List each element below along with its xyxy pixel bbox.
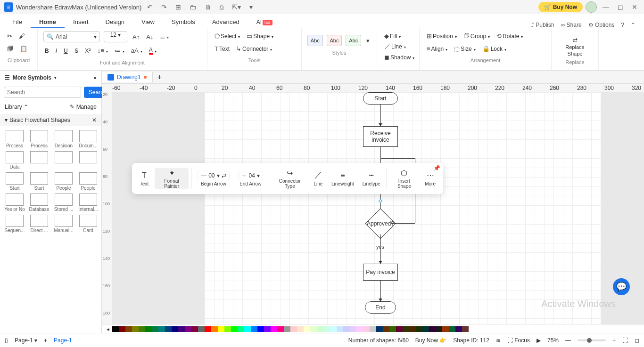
font-family-select[interactable]: 🔍Arial▾: [43, 31, 100, 42]
color-swatch[interactable]: [125, 326, 132, 332]
shape-item[interactable]: People: [52, 171, 75, 192]
midpoint-handle[interactable]: [379, 199, 382, 203]
document-tab[interactable]: Drawing1: [102, 72, 153, 82]
collapse-sidebar[interactable]: «: [93, 74, 97, 81]
ft-begin-arrow[interactable]: —00▾⇄Begin Arrow: [195, 171, 232, 186]
shape-item[interactable]: [52, 150, 75, 170]
ft-line[interactable]: ／Line: [311, 171, 326, 186]
color-swatch[interactable]: [389, 326, 396, 332]
cut-button[interactable]: ✂: [6, 31, 14, 41]
shape-item[interactable]: [27, 150, 51, 170]
case-button[interactable]: aA: [130, 46, 144, 56]
color-swatch[interactable]: [251, 326, 257, 332]
color-swatch[interactable]: [350, 326, 356, 332]
font-grow[interactable]: A↑: [131, 32, 141, 42]
color-swatch[interactable]: [198, 326, 205, 332]
strike-button[interactable]: S̶: [73, 46, 80, 56]
menu-view[interactable]: View: [133, 16, 163, 28]
new-button[interactable]: ⊞: [173, 2, 184, 12]
shadow-button[interactable]: ◼ Shadow: [383, 52, 413, 62]
font-shrink[interactable]: A↓: [145, 32, 155, 42]
color-swatch[interactable]: [231, 326, 238, 332]
shape-item[interactable]: Card: [76, 214, 100, 234]
page-select[interactable]: Page-1 ▾: [15, 337, 37, 344]
print-button[interactable]: ⎙: [217, 2, 226, 12]
color-swatch[interactable]: [409, 326, 416, 332]
italic-button[interactable]: I: [54, 46, 58, 56]
ft-end-arrow[interactable]: →04▾End Arrow: [235, 171, 266, 186]
shape-item[interactable]: Start: [3, 171, 26, 192]
node-pay[interactable]: Pay invoice: [363, 264, 398, 281]
node-receive[interactable]: Receive invoice: [363, 126, 398, 147]
shape-item[interactable]: Internal...: [76, 193, 100, 213]
color-swatch[interactable]: [416, 326, 422, 332]
color-swatch[interactable]: [277, 326, 284, 332]
shape-item[interactable]: Stored ...: [52, 193, 75, 213]
add-tab-button[interactable]: +: [153, 71, 166, 83]
page-tab[interactable]: Page-1: [54, 337, 72, 344]
color-swatch[interactable]: [376, 326, 383, 332]
connector-tool[interactable]: ↳ Connector: [235, 44, 273, 54]
eyedropper-icon[interactable]: ◂: [107, 326, 109, 332]
color-swatch[interactable]: [238, 326, 244, 332]
color-swatch[interactable]: [337, 326, 343, 332]
minimize-button[interactable]: —: [600, 2, 612, 12]
shape-item[interactable]: Yes or No: [3, 193, 26, 213]
menu-ai[interactable]: AIhot: [248, 16, 281, 28]
help-button[interactable]: ?: [621, 22, 624, 28]
color-swatch[interactable]: [422, 326, 429, 332]
text-align-btn[interactable]: ≣: [158, 32, 170, 42]
shape-item[interactable]: People: [76, 171, 100, 192]
node-start[interactable]: Start: [363, 92, 398, 105]
size-button[interactable]: ⬚ Size: [453, 44, 477, 54]
color-swatch[interactable]: [449, 326, 455, 332]
save-button[interactable]: 🗎: [202, 2, 214, 12]
color-swatch[interactable]: [271, 326, 277, 332]
ft-more[interactable]: ⋯More: [422, 171, 438, 186]
color-swatch[interactable]: [152, 326, 158, 332]
node-end[interactable]: End: [365, 301, 396, 314]
color-swatch[interactable]: [304, 326, 310, 332]
font-color-button[interactable]: A: [148, 45, 158, 56]
ft-format-painter[interactable]: ✦Format Painter: [155, 168, 189, 189]
color-swatch[interactable]: [244, 326, 251, 332]
shape-item[interactable]: Sequen...: [3, 214, 26, 234]
connector[interactable]: [380, 158, 415, 159]
color-swatch[interactable]: [264, 326, 271, 332]
shape-item[interactable]: Direct ...: [27, 214, 51, 234]
shape-item[interactable]: [76, 150, 100, 170]
search-input[interactable]: [4, 87, 81, 98]
fit-page[interactable]: ⛶: [622, 337, 628, 344]
shape-item[interactable]: Manual...: [52, 214, 75, 234]
font-size-select[interactable]: 12 ▾: [104, 31, 127, 42]
copy-button[interactable]: 🗐: [6, 44, 15, 54]
zoom-slider[interactable]: [578, 339, 606, 341]
color-swatch[interactable]: [119, 326, 125, 332]
qat-more[interactable]: ▾: [247, 2, 256, 12]
color-swatch[interactable]: [297, 326, 304, 332]
color-swatch[interactable]: [317, 326, 323, 332]
pin-button[interactable]: 📌: [433, 165, 440, 171]
menu-file[interactable]: File: [4, 16, 31, 28]
options-link[interactable]: ⚙ Options: [588, 22, 615, 28]
color-swatch[interactable]: [383, 326, 389, 332]
shape-item[interactable]: Data: [3, 150, 26, 170]
export-button[interactable]: ⇱▾: [229, 2, 244, 12]
shape-item[interactable]: Docum...: [76, 129, 100, 149]
floating-toolbar[interactable]: TText ✦Format Painter —00▾⇄Begin Arrow →…: [132, 163, 443, 194]
focus-button[interactable]: ⛶ Focus: [507, 337, 530, 344]
chat-fab[interactable]: 💬: [613, 278, 630, 295]
color-swatch[interactable]: [343, 326, 350, 332]
color-swatch[interactable]: [139, 326, 145, 332]
color-swatch[interactable]: [224, 326, 231, 332]
replace-shape-button[interactable]: ⇄ Replace Shape: [557, 35, 593, 58]
layers-icon[interactable]: ≋: [496, 337, 501, 344]
paste-button[interactable]: 📋: [18, 44, 29, 54]
style-sample-2[interactable]: Abc: [327, 35, 342, 46]
color-swatch[interactable]: [455, 326, 462, 332]
ft-insert-shape[interactable]: ⬡Insert Shape: [389, 168, 420, 189]
style-sample-3[interactable]: Abc: [346, 35, 361, 46]
sidebar-header[interactable]: More Symbols: [13, 74, 51, 81]
color-swatch[interactable]: [205, 326, 211, 332]
shape-tool[interactable]: ▭ Shape: [245, 31, 275, 41]
